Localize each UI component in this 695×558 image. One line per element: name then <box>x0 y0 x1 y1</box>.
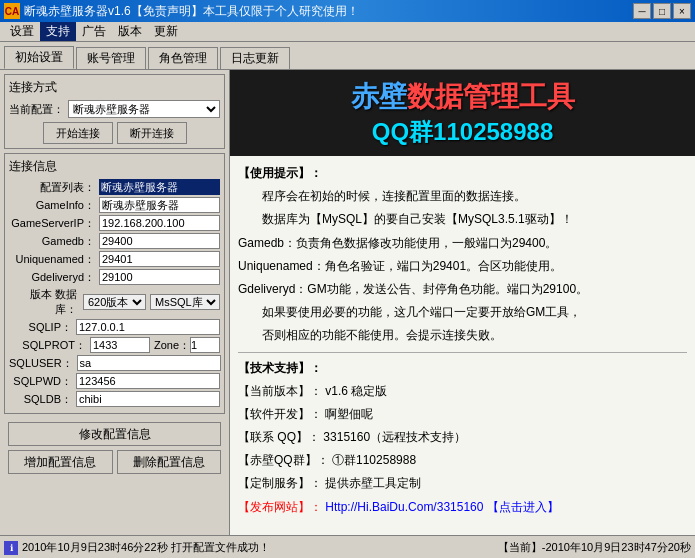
sqlprot-input[interactable] <box>90 337 150 353</box>
sqlip-row: SQLIP： <box>9 319 220 335</box>
modify-config-button[interactable]: 修改配置信息 <box>8 422 221 446</box>
bottom-buttons: 修改配置信息 增加配置信息 删除配置信息 <box>4 418 225 478</box>
title-label: 断魂赤壁服务器v1.6【免责声明】本工具仅限于个人研究使用！ <box>24 3 359 20</box>
uniquenamed-value: 29401 <box>99 251 220 267</box>
support-label-4: 【定制服务】： <box>238 476 322 490</box>
sqldb-label: SQLDB： <box>9 392 76 407</box>
menu-update[interactable]: 更新 <box>148 22 184 41</box>
help-line-6: 否则相应的功能不能使用。会提示连接失败。 <box>238 326 687 345</box>
menu-settings[interactable]: 设置 <box>4 22 40 41</box>
sqluser-label: SQLUSER： <box>9 356 77 371</box>
help-line-3: Uniquenamed：角色名验证，端口为29401。合区功能使用。 <box>238 257 687 276</box>
tab-account-mgmt[interactable]: 账号管理 <box>76 47 146 69</box>
support-value-4: 提供赤壁工具定制 <box>325 476 421 490</box>
menu-ads[interactable]: 广告 <box>76 22 112 41</box>
connect-method-form: 当前配置： 断魂赤壁服务器 开始连接 断开连接 <box>9 100 220 144</box>
uniquenamed-label: Uniquenamed： <box>9 252 99 267</box>
zone-label: Zone： <box>154 338 190 353</box>
sqlip-input[interactable] <box>76 319 220 335</box>
menu-version[interactable]: 版本 <box>112 22 148 41</box>
main-content: 连接方式 当前配置： 断魂赤壁服务器 开始连接 断开连接 连接信息 配置列表： <box>0 69 695 535</box>
sqluser-row: SQLUSER： <box>9 355 220 371</box>
zone-input[interactable] <box>190 337 220 353</box>
tab-bar: 初始设置 账号管理 角色管理 日志更新 <box>0 42 695 69</box>
support-line-3: 【赤壁QQ群】： ①群110258988 <box>238 451 687 470</box>
support-line-4: 【定制服务】： 提供赤壁工具定制 <box>238 474 687 493</box>
support-line-5: 【发布网站】： Http://Hi.BaiDu.Com/3315160 【点击进… <box>238 498 687 517</box>
help-line-2: Gamedb：负责角色数据修改功能使用，一般端口为29400。 <box>238 234 687 253</box>
sqlprot-row: SQLPROT： Zone： <box>9 337 220 353</box>
tab-role-mgmt[interactable]: 角色管理 <box>148 47 218 69</box>
support-link-5[interactable]: Http://Hi.BaiDu.Com/3315160 【点击进入】 <box>325 500 558 514</box>
help-line-5: 如果要使用必要的功能，这几个端口一定要开放给GM工具， <box>238 303 687 322</box>
minimize-button[interactable]: ─ <box>633 3 651 19</box>
gdeliveryd-value: 29100 <box>99 269 220 285</box>
info-section-title: 连接信息 <box>9 158 220 175</box>
title-text: CA 断魂赤壁服务器v1.6【免责声明】本工具仅限于个人研究使用！ <box>4 3 359 20</box>
banner-title-part2: 数据管理工具 <box>407 81 575 112</box>
support-line-0: 【当前版本】： v1.6 稳定版 <box>238 382 687 401</box>
tab-log-update[interactable]: 日志更新 <box>220 47 290 69</box>
sqldb-input[interactable] <box>76 391 220 407</box>
uniquenamed-row: Uniquenamed： 29401 <box>9 251 220 267</box>
sqlpwd-row: SQLPWD： <box>9 373 220 389</box>
divider <box>238 352 687 353</box>
gdeliveryd-label: Gdeliveryd： <box>9 270 99 285</box>
config-list-row: 配置列表： 断魂赤壁服务器 <box>9 179 220 195</box>
current-config-row: 当前配置： 断魂赤壁服务器 <box>9 100 220 118</box>
support-label-2: 【联系 QQ】： <box>238 430 320 444</box>
support-line-1: 【软件开发】： 啊塑佃呢 <box>238 405 687 424</box>
banner-title-part1: 赤壁 <box>351 81 407 112</box>
tab-initial-setup[interactable]: 初始设置 <box>4 46 74 69</box>
qq-label: QQ群 <box>372 118 433 145</box>
gameserverip-row: GameServerIP： 192.168.200.100 <box>9 215 220 231</box>
connect-buttons: 开始连接 断开连接 <box>9 122 220 144</box>
sqluser-input[interactable] <box>77 355 221 371</box>
status-icon: ℹ <box>4 541 18 555</box>
disconnect-button[interactable]: 断开连接 <box>117 122 187 144</box>
support-value-3: ①群110258988 <box>332 453 416 467</box>
close-button[interactable]: × <box>673 3 691 19</box>
version-label: 版本 数据库： <box>9 287 81 317</box>
support-value-0: v1.6 稳定版 <box>325 384 387 398</box>
gamedb-value: 29400 <box>99 233 220 249</box>
gameinfo-label: GameInfo： <box>9 198 99 213</box>
sqlpwd-input[interactable] <box>76 373 220 389</box>
config-list-label: 配置列表： <box>9 180 99 195</box>
add-delete-buttons: 增加配置信息 删除配置信息 <box>8 450 221 474</box>
version-select[interactable]: 620版本 <box>83 294 146 310</box>
current-config-select[interactable]: 断魂赤壁服务器 <box>68 100 220 118</box>
support-label-0: 【当前版本】： <box>238 384 322 398</box>
menu-support[interactable]: 支持 <box>40 22 76 41</box>
gdeliveryd-row: Gdeliveryd： 29100 <box>9 269 220 285</box>
help-line-1: 数据库为【MySQL】的要自己安装【MySQL3.5.1驱动】！ <box>238 210 687 229</box>
help-line-0: 程序会在初始的时候，连接配置里面的数据连接。 <box>238 187 687 206</box>
add-config-button[interactable]: 增加配置信息 <box>8 450 113 474</box>
gameinfo-row: GameInfo： 断魂赤壁服务器 <box>9 197 220 213</box>
gameserverip-value: 192.168.200.100 <box>99 215 220 231</box>
gameserverip-label: GameServerIP： <box>9 216 99 231</box>
connect-method-section: 连接方式 当前配置： 断魂赤壁服务器 开始连接 断开连接 <box>4 74 225 149</box>
support-label-3: 【赤壁QQ群】： <box>238 453 329 467</box>
window-controls: ─ □ × <box>633 3 691 19</box>
start-connect-button[interactable]: 开始连接 <box>43 122 113 144</box>
delete-config-button[interactable]: 删除配置信息 <box>117 450 222 474</box>
sqlip-label: SQLIP： <box>9 320 76 335</box>
status-text-right: 【当前】-2010年10月9日23时47分20秒 <box>498 540 691 555</box>
qq-number: 110258988 <box>433 118 553 145</box>
connect-method-title: 连接方式 <box>9 79 220 96</box>
status-text-left: 2010年10月9日23时46分22秒 打开配置文件成功！ <box>22 540 270 555</box>
menu-bar: 设置 支持 广告 版本 更新 <box>0 22 695 42</box>
sqlpwd-label: SQLPWD： <box>9 374 76 389</box>
status-bar: ℹ 2010年10月9日23时46分22秒 打开配置文件成功！ 【当前】-201… <box>0 535 695 558</box>
info-section: 连接信息 配置列表： 断魂赤壁服务器 GameInfo： 断魂赤壁服务器 Gam… <box>4 153 225 414</box>
maximize-button[interactable]: □ <box>653 3 671 19</box>
support-value-2: 3315160（远程技术支持） <box>323 430 466 444</box>
banner-qq: QQ群110258988 <box>238 116 687 148</box>
banner-title: 赤壁数据管理工具 <box>238 78 687 116</box>
dbtype-select[interactable]: MsSQL库 <box>150 294 220 310</box>
support-title: 【技术支持】： <box>238 359 687 378</box>
banner: 赤壁数据管理工具 QQ群110258988 <box>230 70 695 156</box>
current-config-label: 当前配置： <box>9 102 64 117</box>
help-title: 【使用提示】： <box>238 164 687 183</box>
